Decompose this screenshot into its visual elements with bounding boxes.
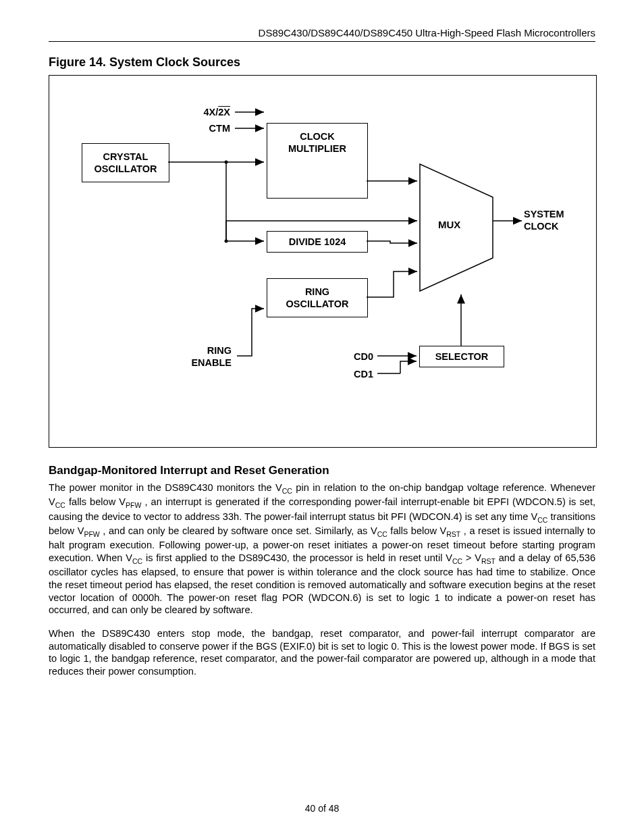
clock-multiplier-block: CLOCK MULTIPLIER bbox=[267, 123, 368, 199]
label: CRYSTAL bbox=[103, 151, 149, 163]
divide-1024-block: DIVIDE 1024 bbox=[267, 231, 368, 253]
page: DS89C430/DS89C440/DS89C450 Ultra-High-Sp… bbox=[0, 0, 644, 834]
figure-title: Figure 14. System Clock Sources bbox=[49, 55, 595, 70]
label-ring-enable: RING ENABLE bbox=[157, 344, 232, 369]
section-title: Bandgap-Monitored Interrupt and Reset Ge… bbox=[49, 464, 595, 477]
label: DIVIDE 1024 bbox=[289, 236, 346, 248]
page-footer: 40 of 48 bbox=[0, 803, 644, 814]
label: MUX bbox=[438, 219, 460, 230]
svg-point-5 bbox=[225, 161, 228, 164]
selector-block: SELECTOR bbox=[419, 346, 504, 367]
ring-oscillator-block: RING OSCILLATOR bbox=[267, 278, 368, 317]
label-cd1: CD1 bbox=[333, 369, 373, 380]
label: MULTIPLIER bbox=[288, 143, 346, 154]
label: CLOCK bbox=[300, 131, 335, 142]
label: RING bbox=[305, 286, 329, 298]
mux-block: MUX bbox=[419, 163, 493, 294]
crystal-oscillator-block: CRYSTAL OSCILLATOR bbox=[82, 143, 169, 182]
body-text: The power monitor in the DS89C430 monito… bbox=[49, 481, 595, 678]
svg-point-7 bbox=[225, 240, 228, 243]
label-system-clock: SYSTEM CLOCK bbox=[524, 208, 588, 232]
label-4x2x: 4X/2X bbox=[191, 107, 230, 118]
system-clock-diagram: CRYSTAL OSCILLATOR CLOCK MULTIPLIER DIVI… bbox=[49, 75, 597, 448]
label-cd0: CD0 bbox=[333, 351, 373, 362]
label-ctm: CTM bbox=[191, 123, 230, 134]
paragraph-1: The power monitor in the DS89C430 monito… bbox=[49, 481, 595, 617]
page-header: DS89C430/DS89C440/DS89C450 Ultra-High-Sp… bbox=[49, 27, 595, 42]
paragraph-2: When the DS89C430 enters stop mode, the … bbox=[49, 627, 595, 678]
label: SELECTOR bbox=[435, 350, 489, 363]
label: OSCILLATOR bbox=[95, 163, 157, 175]
label: OSCILLATOR bbox=[286, 298, 349, 310]
